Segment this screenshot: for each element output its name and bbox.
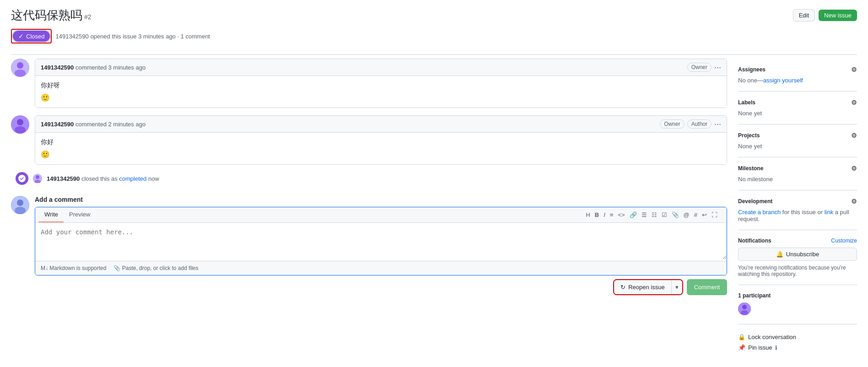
timeline-link[interactable]: completed	[119, 175, 146, 182]
comment-button[interactable]: Comment	[687, 279, 727, 295]
emoji-button-2[interactable]: 🙂	[41, 151, 50, 158]
assignees-section: Assignees ⚙ No one—assign yourself	[738, 59, 857, 92]
svg-point-7	[36, 175, 39, 179]
quote-btn[interactable]: ≡	[608, 210, 615, 220]
lock-conversation-link[interactable]: 🔒 Lock conversation	[738, 332, 857, 342]
svg-point-2	[15, 70, 26, 77]
heading-btn[interactable]: H	[584, 210, 592, 220]
closed-badge: ✓ Closed	[12, 30, 51, 43]
attach-btn[interactable]: 📎	[670, 210, 681, 220]
ref-btn[interactable]: #	[692, 210, 699, 220]
sidebar: Assignees ⚙ No one—assign yourself Label…	[738, 59, 857, 360]
labels-gear[interactable]: ⚙	[851, 99, 857, 106]
assignees-value: No one—assign yourself	[738, 77, 857, 84]
comment-1: 1491342590 commented 3 minutes ago Owner…	[11, 59, 727, 108]
avatar-2	[11, 115, 29, 134]
attach-note: 📎 Paste, drop, or click to add files	[113, 265, 198, 271]
milestone-section: Milestone ⚙ No milestone	[738, 157, 857, 190]
comment-user-2: 1491342590	[41, 121, 74, 128]
participant-avatar	[738, 302, 751, 315]
svg-point-14	[741, 310, 748, 315]
timeline-icon	[16, 172, 28, 185]
link-btn[interactable]: 🔗	[628, 210, 639, 220]
bold-btn[interactable]: B	[593, 210, 601, 220]
add-comment-block: Add a comment Write Preview H B I ≡ <>	[11, 196, 727, 295]
customize-link[interactable]: Customize	[831, 237, 857, 244]
timeline-avatar	[33, 174, 42, 183]
lock-icon: 🔒	[738, 334, 745, 340]
edit-button[interactable]: Edit	[793, 9, 815, 22]
comment-box-1: 1491342590 commented 3 minutes ago Owner…	[35, 59, 727, 108]
comment-textarea[interactable]	[35, 223, 727, 259]
content-area: 1491342590 commented 3 minutes ago Owner…	[11, 59, 727, 360]
comment-action-2: commented 2 minutes ago	[75, 121, 146, 128]
assign-yourself-link[interactable]: assign yourself	[763, 77, 803, 84]
reopen-button[interactable]: ↻ Reopen issue ▾	[614, 280, 682, 294]
participants-title: 1 participant	[738, 292, 857, 299]
comment-text-2: 你好	[41, 138, 721, 146]
create-branch-link[interactable]: Create a branch	[738, 209, 781, 216]
status-row: ✓ Closed 1491342590 opened this issue 3 …	[11, 29, 857, 43]
timeline-text: 1491342590 closed this as completed now	[47, 175, 159, 182]
ordered-list-btn[interactable]: ☷	[650, 210, 659, 220]
owner-badge-2: Owner	[660, 119, 684, 129]
timeline-event: 1491342590 closed this as completed now	[11, 172, 727, 185]
editor-tabs: Write Preview H B I ≡ <> 🔗 ☰ ☷	[35, 207, 727, 223]
fullscreen-btn[interactable]: ⛶	[710, 210, 719, 220]
add-comment-title: Add a comment	[35, 196, 727, 203]
svg-point-13	[742, 305, 747, 309]
code-btn[interactable]: <>	[616, 210, 626, 220]
bell-icon: 🔔	[776, 251, 783, 258]
markdown-icon: M↓	[41, 265, 48, 271]
pin-issue-link[interactable]: 📌 Pin issue ℹ	[738, 342, 857, 353]
assignees-gear[interactable]: ⚙	[851, 66, 857, 73]
more-options-2[interactable]: ···	[714, 120, 721, 128]
issue-title-area: 这代码保熟吗 #2	[11, 7, 91, 23]
undo-btn[interactable]: ↩	[700, 210, 709, 220]
comment-user-1: 1491342590	[41, 64, 74, 71]
svg-point-1	[17, 62, 23, 69]
timeline-action: closed this as	[81, 175, 119, 182]
notifications-desc: You're receiving notifications because y…	[738, 264, 857, 277]
svg-point-11	[15, 207, 26, 214]
comment-editor-wrapper: Add a comment Write Preview H B I ≡ <>	[35, 196, 727, 295]
italic-btn[interactable]: I	[602, 210, 607, 220]
emoji-button-1[interactable]: 🙂	[41, 94, 50, 102]
projects-value: None yet	[738, 143, 857, 150]
closed-badge-highlight: ✓ Closed	[11, 29, 52, 43]
comment-body-1: 你好呀 🙂	[35, 76, 727, 108]
issue-number: #2	[84, 13, 92, 21]
projects-gear[interactable]: ⚙	[851, 132, 857, 139]
projects-section: Projects ⚙ None yet	[738, 124, 857, 157]
reopen-main-btn[interactable]: ↻ Reopen issue	[614, 280, 671, 294]
development-gear[interactable]: ⚙	[851, 198, 857, 205]
issue-title: 这代码保熟吗	[11, 8, 82, 22]
comment-badges-1: Owner ···	[687, 63, 721, 72]
comment-badges-2: Owner Author ···	[660, 119, 721, 129]
preview-tab[interactable]: Preview	[64, 207, 96, 222]
check-circle-icon: ✓	[18, 32, 24, 40]
comment-header-2: 1491342590 commented 2 minutes ago Owner…	[35, 116, 727, 133]
actions-section: 🔒 Lock conversation 📌 Pin issue ℹ	[738, 324, 857, 360]
milestone-gear[interactable]: ⚙	[851, 165, 857, 172]
projects-title: Projects ⚙	[738, 132, 857, 139]
header-buttons: Edit New issue	[793, 9, 857, 22]
owner-badge-1: Owner	[687, 63, 712, 72]
labels-section: Labels ⚙ None yet	[738, 92, 857, 124]
markdown-note: M↓ Markdown is supported	[41, 265, 106, 271]
new-issue-button[interactable]: New issue	[819, 10, 857, 21]
unsubscribe-button[interactable]: 🔔 Unsubscribe	[738, 248, 857, 261]
link-pr-link[interactable]: link	[825, 209, 834, 216]
write-tab[interactable]: Write	[39, 207, 64, 222]
comment-action-1: commented 3 minutes ago	[75, 64, 146, 71]
commenter-avatar	[11, 196, 29, 214]
task-list-btn[interactable]: ☑	[660, 210, 669, 220]
comment-header-1: 1491342590 commented 3 minutes ago Owner…	[35, 59, 727, 76]
more-options-1[interactable]: ···	[714, 63, 721, 71]
development-value: Create a branch for this issue or link a…	[738, 209, 857, 222]
unordered-list-btn[interactable]: ☰	[640, 210, 649, 220]
timeline-time: now	[148, 175, 159, 182]
mention-btn[interactable]: @	[682, 210, 691, 220]
issue-header: 这代码保熟吗 #2 Edit New issue	[11, 7, 857, 23]
reopen-dropdown-btn[interactable]: ▾	[671, 280, 682, 294]
